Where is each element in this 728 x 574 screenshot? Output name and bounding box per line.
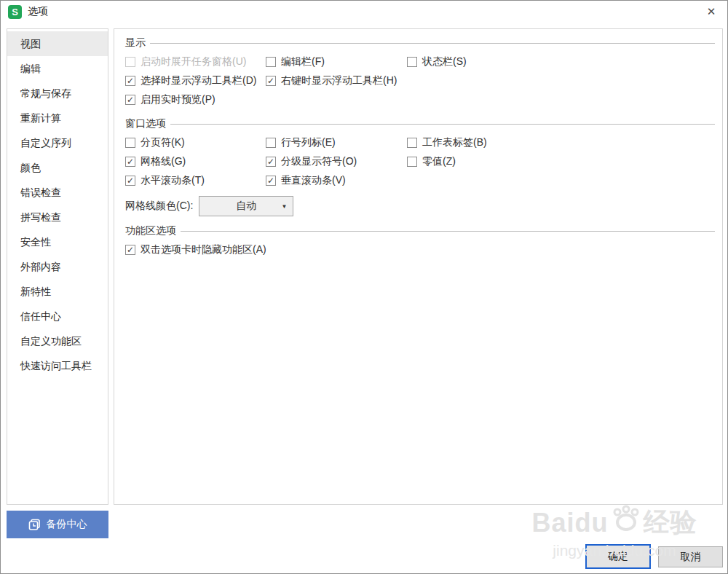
checkbox-label: 双击选项卡时隐藏功能区(A)	[141, 243, 266, 256]
dialog-title: 选项	[28, 5, 48, 18]
checkbox-label: 状态栏(S)	[422, 55, 467, 68]
sidebar-item-label: 颜色	[20, 162, 41, 173]
checkbox-row: 水平滚动条(T) 垂直滚动条(V)	[125, 171, 715, 190]
backup-center-button[interactable]: 备份中心	[7, 511, 108, 538]
checkbox-option[interactable]: 工作表标签(B)	[407, 133, 487, 152]
checkbox-label: 启动时展开任务窗格(U)	[141, 55, 246, 68]
checkbox-option[interactable]: 网格线(G)	[125, 152, 266, 171]
title-bar: S 选项	[1, 1, 727, 23]
checkbox-option[interactable]: 状态栏(S)	[407, 52, 467, 71]
sidebar-item-信任中心[interactable]: 信任中心	[7, 304, 108, 329]
checkbox-option[interactable]: 右键时显示浮动工具栏(H)	[266, 71, 407, 90]
watermark-logo: Baidu 经验	[509, 505, 720, 540]
checkbox-option[interactable]: 编辑栏(F)	[266, 52, 407, 71]
section-rows: 启动时展开任务窗格(U) 编辑栏(F) 状态栏(S) 选择时显示浮动工具栏(D)…	[125, 52, 715, 109]
checkbox-option[interactable]: 启动时展开任务窗格(U)	[125, 52, 266, 71]
checkbox-label: 工作表标签(B)	[422, 136, 487, 149]
sidebar-nav: 视图 编辑 常规与保存 重新计算 自定义序列 颜色 错误检查 拼写检查 安全性 …	[7, 28, 108, 505]
sidebar-item-错误检查[interactable]: 错误检查	[7, 180, 108, 205]
checkbox-box[interactable]	[125, 95, 135, 105]
sidebar-item-快速访问工具栏[interactable]: 快速访问工具栏	[7, 353, 108, 378]
ok-button[interactable]: 确定	[585, 544, 651, 569]
checkbox-option[interactable]: 垂直滚动条(V)	[266, 171, 407, 190]
close-icon[interactable]	[695, 1, 727, 23]
checkbox-box[interactable]	[407, 138, 417, 148]
options-panel: 显示 启动时展开任务窗格(U) 编辑栏(F) 状态栏(S) 选择时显示浮动工具栏…	[114, 28, 723, 505]
sidebar-item-外部内容[interactable]: 外部内容	[7, 254, 108, 279]
checkbox-option[interactable]: 水平滚动条(T)	[125, 171, 266, 190]
sidebar-item-label: 新特性	[20, 286, 51, 297]
checkbox-box[interactable]	[125, 76, 135, 86]
checkbox-box[interactable]	[125, 57, 135, 67]
wps-spreadsheet-logo-icon: S	[8, 5, 22, 19]
section-rule	[150, 43, 715, 44]
options-section: 显示 启动时展开任务窗格(U) 编辑栏(F) 状态栏(S) 选择时显示浮动工具栏…	[125, 35, 715, 109]
checkbox-box[interactable]	[125, 245, 135, 255]
sidebar-item-常规与保存[interactable]: 常规与保存	[7, 81, 108, 106]
checkbox-row: 双击选项卡时隐藏功能区(A)	[125, 240, 715, 259]
chevron-down-icon	[281, 203, 287, 210]
backup-center-label: 备份中心	[47, 518, 87, 531]
checkbox-option[interactable]: 分级显示符号(O)	[266, 152, 407, 171]
checkbox-row: 分页符(K) 行号列标(E) 工作表标签(B)	[125, 133, 715, 152]
sidebar-item-label: 重新计算	[20, 112, 61, 124]
checkbox-box[interactable]	[266, 138, 276, 148]
gridline-color-row: 网格线颜色(C): 自动	[125, 196, 715, 216]
sidebar-item-自定义序列[interactable]: 自定义序列	[7, 130, 108, 155]
checkbox-box[interactable]	[407, 57, 417, 67]
sidebar-item-颜色[interactable]: 颜色	[7, 155, 108, 180]
sidebar-item-安全性[interactable]: 安全性	[7, 229, 108, 254]
section-title: 窗口选项	[125, 117, 166, 130]
checkbox-box[interactable]	[125, 176, 135, 186]
paw-icon	[610, 503, 642, 532]
checkbox-box[interactable]	[125, 138, 135, 148]
checkbox-label: 分页符(K)	[141, 136, 185, 149]
sidebar-item-label: 信任中心	[20, 310, 61, 322]
checkbox-label: 行号列标(E)	[281, 136, 336, 149]
checkbox-option[interactable]: 行号列标(E)	[266, 133, 407, 152]
checkbox-label: 启用实时预览(P)	[141, 93, 215, 106]
section-header: 显示	[125, 35, 715, 51]
section-title: 显示	[125, 36, 146, 50]
checkbox-box[interactable]	[407, 157, 417, 167]
sidebar-item-拼写检查[interactable]: 拼写检查	[7, 205, 108, 229]
checkbox-box[interactable]	[266, 157, 276, 167]
sidebar-item-label: 编辑	[20, 63, 41, 74]
sidebar-item-重新计算[interactable]: 重新计算	[7, 106, 108, 130]
sidebar-item-label: 错误检查	[20, 186, 61, 198]
sidebar-item-视图[interactable]: 视图	[7, 31, 108, 56]
cancel-button[interactable]: 取消	[658, 546, 723, 567]
section-rule	[170, 124, 715, 125]
gridline-color-label: 网格线颜色(C):	[125, 200, 193, 213]
dropdown-value: 自动	[236, 200, 256, 213]
checkbox-label: 编辑栏(F)	[281, 55, 325, 68]
checkbox-option[interactable]: 零值(Z)	[407, 152, 456, 171]
options-dialog: S 选项 视图 编辑 常规与保存 重新计算 自定义序列 颜色 错误检查 拼写检查…	[0, 0, 728, 574]
sidebar-item-label: 自定义功能区	[20, 335, 82, 347]
checkbox-label: 水平滚动条(T)	[141, 174, 205, 187]
watermark-brand-text: Baidu	[531, 508, 608, 538]
checkbox-row: 选择时显示浮动工具栏(D) 右键时显示浮动工具栏(H)	[125, 71, 715, 90]
section-title: 功能区选项	[125, 224, 176, 237]
gridline-color-dropdown[interactable]: 自动	[199, 196, 293, 216]
checkbox-row: 网格线(G) 分级显示符号(O) 零值(Z)	[125, 152, 715, 171]
watermark-suffix-text: 经验	[644, 505, 697, 540]
options-section: 窗口选项 分页符(K) 行号列标(E) 工作表标签(B) 网格线(G) 分级显示…	[125, 116, 715, 216]
checkbox-box[interactable]	[266, 57, 276, 67]
sidebar-item-新特性[interactable]: 新特性	[7, 279, 108, 304]
checkbox-option[interactable]: 分页符(K)	[125, 133, 266, 152]
checkbox-option[interactable]: 双击选项卡时隐藏功能区(A)	[125, 240, 266, 259]
checkbox-box[interactable]	[266, 176, 276, 186]
checkbox-box[interactable]	[125, 157, 135, 167]
section-header: 窗口选项	[125, 116, 715, 132]
sidebar-item-label: 快速访问工具栏	[20, 360, 92, 371]
section-rows: 分页符(K) 行号列标(E) 工作表标签(B) 网格线(G) 分级显示符号(O)…	[125, 133, 715, 190]
checkbox-box[interactable]	[266, 76, 276, 86]
checkbox-option[interactable]: 启用实时预览(P)	[125, 90, 266, 109]
checkbox-label: 右键时显示浮动工具栏(H)	[281, 74, 397, 87]
sidebar-item-编辑[interactable]: 编辑	[7, 56, 108, 81]
sidebar-item-label: 自定义序列	[20, 137, 71, 149]
sidebar-item-自定义功能区[interactable]: 自定义功能区	[7, 329, 108, 353]
sidebar-item-label: 安全性	[20, 236, 51, 248]
checkbox-option[interactable]: 选择时显示浮动工具栏(D)	[125, 71, 266, 90]
